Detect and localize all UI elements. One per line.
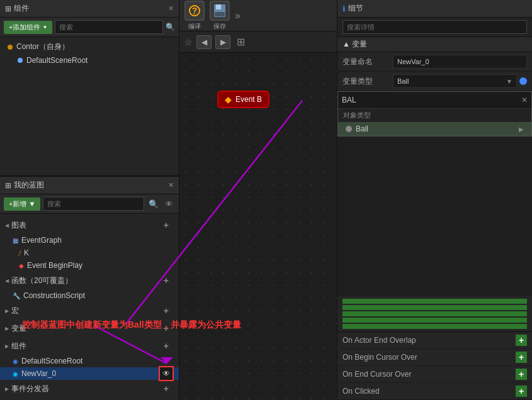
var-type-dropdown[interactable]: Ball ▼: [393, 74, 517, 88]
star-btn[interactable]: ☆: [184, 37, 193, 47]
macros-section-header: ▶ 宏 +: [0, 302, 179, 319]
var-name-value[interactable]: NewVar_0: [393, 55, 527, 69]
details-label: 细节: [348, 3, 363, 14]
components-title-bar: ⊞ 组件 ✕: [0, 0, 179, 18]
details-title: ℹ 细节: [342, 3, 363, 14]
blueprints-title: ⊞ 我的蓝图: [5, 180, 44, 191]
details-search-input[interactable]: [342, 20, 527, 34]
details-spacer: [337, 136, 532, 296]
event-node-label: Event B: [235, 95, 262, 104]
blueprints-icon: ⊞: [5, 181, 11, 190]
event-begin-node: ◆ Event B: [217, 91, 269, 108]
type-category-label: 对象类型: [338, 109, 531, 122]
scrollbar-green-3: [342, 311, 527, 316]
svg-rect-5: [216, 4, 221, 9]
event-dispatcher-triangle: ▶: [5, 386, 9, 392]
newvar0-icon: ◉: [13, 370, 18, 377]
new-arrow: ▼: [28, 200, 35, 208]
variables-bp-add-btn[interactable]: +: [159, 321, 174, 335]
blueprints-label: 我的蓝图: [14, 180, 44, 191]
event-dispatcher-add-btn[interactable]: +: [159, 382, 174, 396]
grid-btn[interactable]: ⊞: [237, 36, 245, 48]
add-component-arrow: ▼: [42, 25, 47, 30]
components-search-icon[interactable]: 🔍: [166, 23, 175, 31]
forward-btn[interactable]: ▶: [215, 35, 230, 49]
compile-label: 编译: [188, 22, 201, 31]
blueprints-tree: ◀ 图表 + ▦ EventGraph 𝑓 K ◆ Event BeginPla…: [0, 214, 179, 400]
event-beginplay-label: Event BeginPlay: [27, 261, 82, 270]
on-end-cursor-over-label: On End Cursor Over: [342, 370, 516, 379]
on-actor-end-overlap-add-btn[interactable]: +: [516, 335, 527, 346]
tree-item-contor[interactable]: Contor（自身）: [0, 40, 179, 54]
components-label: 组件: [14, 3, 29, 14]
node-diamond-icon: ◆: [225, 94, 232, 104]
variables-section-label: ▲ 变量: [342, 39, 367, 50]
details-search-area: [337, 18, 532, 37]
type-filter-close-btn[interactable]: ✕: [518, 94, 531, 106]
newvar0-item[interactable]: ◉ NewVar_0 👁: [0, 367, 179, 380]
var-name-text: NewVar_0: [397, 58, 429, 65]
functions-section-header: ◀ 函数（20可覆盖） +: [0, 272, 179, 289]
nav-toolbar: ☆ ◀ ▶ ⊞: [179, 31, 337, 53]
on-end-cursor-over-add-btn[interactable]: +: [516, 369, 527, 380]
components-bp-section-header: ▶ 组件 +: [0, 337, 179, 355]
eye-icon[interactable]: 👁: [163, 199, 175, 209]
add-component-button[interactable]: +添加组件 ▼: [4, 21, 52, 34]
tree-item-defaultsceneroot[interactable]: DefaultSceneRoot: [0, 54, 179, 67]
var-name-row: 变量命名 NewVar_0: [337, 52, 532, 72]
components-bp-label: 组件: [11, 341, 26, 352]
svg-text:?: ?: [192, 6, 198, 16]
right-title-bar: ℹ 细节: [337, 0, 532, 18]
blueprints-section: ⊞ 我的蓝图 ✕ +新增 ▼ 🔍 👁 ◀ 图表: [0, 177, 179, 400]
blueprint-canvas[interactable]: ◆ Event B: [179, 53, 337, 400]
new-button[interactable]: +新增 ▼: [4, 197, 40, 211]
defaultsceneroot-bp-label: DefaultSceneRoot: [21, 357, 82, 365]
graphs-add-btn[interactable]: +: [159, 218, 174, 232]
components-bp-add-btn[interactable]: +: [159, 339, 174, 353]
k-icon: 𝑓: [19, 249, 21, 257]
constructionscript-icon: 🔧: [13, 292, 20, 299]
on-begin-cursor-over-add-btn[interactable]: +: [516, 352, 527, 363]
macros-add-btn[interactable]: +: [159, 304, 174, 318]
event-beginplay-item[interactable]: ◆ Event BeginPlay: [0, 259, 179, 272]
var-name-label: 变量命名: [342, 57, 393, 67]
components-section: ⊞ 组件 ✕ +添加组件 ▼ 🔍 Contor（自身）: [0, 0, 179, 177]
right-panel: ℹ 细节 ▲ 变量 变量命名 NewVar_0 变量类型: [337, 0, 532, 400]
right-content: ▲ 变量 变量命名 NewVar_0 变量类型 Ball ▼: [337, 37, 532, 400]
eye-icon-inner: 👁: [162, 369, 170, 378]
k-item[interactable]: 𝑓 K: [0, 247, 179, 259]
on-end-cursor-over-row: On End Cursor Over +: [337, 366, 532, 383]
expand-icon[interactable]: »: [235, 10, 241, 21]
on-clicked-add-btn[interactable]: +: [516, 386, 527, 397]
ball-type-item[interactable]: Ball ▶: [338, 122, 531, 136]
info-icon: ℹ: [342, 4, 346, 13]
add-component-label: +添加组件: [9, 23, 40, 32]
constructionscript-item[interactable]: 🔧 ConstructionScript: [0, 289, 179, 302]
contor-label: Contor（自身）: [16, 42, 69, 52]
save-label: 保存: [213, 22, 226, 31]
eventgraph-item[interactable]: ▦ EventGraph: [0, 234, 179, 247]
middle-toolbar: ? 编译 保存 »: [179, 0, 337, 31]
components-close-btn[interactable]: ✕: [168, 4, 174, 13]
on-begin-cursor-over-row: On Begin Cursor Over +: [337, 349, 532, 366]
save-button[interactable]: 保存: [210, 1, 230, 31]
eye-icon-box[interactable]: 👁: [159, 366, 174, 381]
middle-panel: ? 编译 保存 » ☆ ◀: [179, 0, 337, 400]
compile-button[interactable]: ? 编译: [184, 1, 205, 31]
compile-icon: ?: [184, 1, 205, 21]
var-type-label: 变量类型: [342, 76, 393, 87]
components-search-input[interactable]: [55, 20, 163, 34]
event-dispatcher-section-header: ▶ 事件分发器 +: [0, 380, 179, 397]
scrollbar-green-2: [342, 305, 527, 310]
type-filter-input[interactable]: [338, 92, 518, 108]
new-label: +新增: [9, 199, 26, 209]
search-icon[interactable]: 🔍: [147, 199, 161, 209]
defaultsceneroot-icon: [18, 58, 23, 63]
event-dispatcher-label: 事件分发器: [11, 384, 49, 394]
functions-add-btn[interactable]: +: [159, 274, 174, 287]
var-type-row: 变量类型 Ball ▼: [337, 72, 532, 91]
blueprints-search-input[interactable]: [43, 197, 144, 211]
defaultsceneroot-bp-item[interactable]: ◉ DefaultSceneRoot: [0, 355, 179, 367]
back-btn[interactable]: ◀: [196, 35, 212, 49]
blueprints-close-btn[interactable]: ✕: [168, 181, 174, 189]
